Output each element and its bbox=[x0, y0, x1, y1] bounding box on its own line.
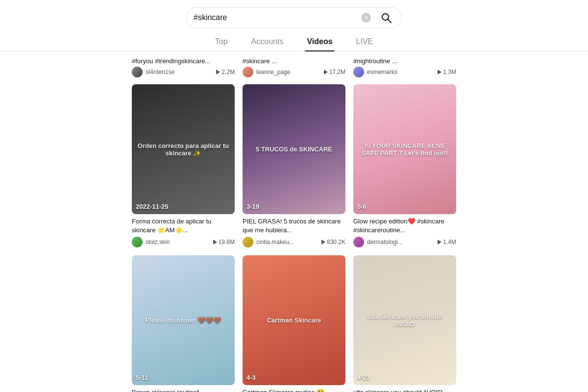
video-title-1: PIEL GRASA! 5 trucos de skincare que me … bbox=[243, 217, 345, 235]
partial-video-row: #foryou #trendingskincare... st4rden1se … bbox=[0, 51, 588, 77]
video-title-4: Cartman Skincare routine 😂 bbox=[243, 388, 345, 392]
username-2: esmemarks bbox=[367, 69, 397, 75]
video-meta-1: cintia.makeu...830.2K bbox=[243, 237, 345, 247]
video-thumb-5: ulta skincare you should AVOID4-21 bbox=[353, 255, 456, 385]
tabs-nav: Top Accounts Videos LIVE bbox=[0, 28, 588, 51]
search-bar-container bbox=[186, 7, 402, 28]
avatar-2 bbox=[353, 67, 364, 77]
avatar-0 bbox=[132, 67, 143, 77]
search-button[interactable] bbox=[378, 9, 394, 26]
thumb-placeholder-4: Cartman Skincare bbox=[243, 255, 345, 385]
partial-tags-1: #skincare ... bbox=[243, 57, 345, 65]
video-thumb-4: Cartman Skincare4-3 bbox=[243, 255, 345, 385]
video-card-0[interactable]: Orden correcto para aplicar tu skincare … bbox=[132, 84, 235, 247]
play-count-0: 2.2M bbox=[216, 69, 235, 75]
svg-line-1 bbox=[388, 20, 392, 23]
partial-card-1[interactable]: #skincare ... leanne_page 17.2M bbox=[243, 57, 345, 77]
video-thumb-1: 5 TRUCOS de SKINCARE3-19 bbox=[243, 84, 345, 214]
play-icon-0 bbox=[216, 70, 220, 74]
thumb-placeholder-1: 5 TRUCOS de SKINCARE bbox=[243, 84, 345, 214]
partial-tags-2: #nightroutine ... bbox=[353, 57, 456, 65]
video-card-2[interactable]: IS YOUR SKINCARE ACNE SAFE PART 7 Let's … bbox=[353, 84, 456, 247]
video-badge-0: 2022-11-25 bbox=[136, 203, 169, 210]
video-title-2: Glow recipe edition❤️ #skincare #skincar… bbox=[353, 217, 456, 235]
play-count-1: 17.2M bbox=[324, 69, 345, 75]
video-badge-5: 4-21 bbox=[357, 374, 370, 381]
video-play-count-1: 830.2K bbox=[321, 239, 345, 245]
video-thumb-2: IS YOUR SKINCARE ACNE SAFE PART 7 Let's … bbox=[353, 84, 456, 214]
partial-card-0[interactable]: #foryou #trendingskincare... st4rden1se … bbox=[132, 57, 235, 77]
partial-tags-0: #foryou #trendingskincare... bbox=[132, 57, 235, 65]
video-card-3[interactable]: Please do brown 🤎🤎🤎5-11Brown skincare ro… bbox=[132, 255, 235, 392]
video-avatar-2 bbox=[353, 237, 364, 247]
play-icon-1 bbox=[321, 240, 325, 245]
video-play-count-2: 1.4M bbox=[438, 239, 456, 245]
tab-live[interactable]: LIVE bbox=[354, 33, 375, 51]
username-1: leanne_page bbox=[256, 69, 290, 75]
play-icon-0 bbox=[213, 240, 217, 245]
video-username-1: cintia.makeu... bbox=[256, 239, 294, 245]
thumb-placeholder-5: ulta skincare you should AVOID bbox=[353, 255, 456, 385]
video-badge-4: 4-3 bbox=[246, 374, 256, 381]
video-badge-1: 3-19 bbox=[246, 203, 259, 210]
partial-meta-2: esmemarks 1.3M bbox=[353, 67, 456, 77]
search-area bbox=[0, 0, 588, 28]
video-play-count-0: 19.8M bbox=[213, 239, 235, 245]
video-card-1[interactable]: 5 TRUCOS de SKINCARE3-19PIEL GRASA! 5 tr… bbox=[243, 84, 345, 247]
search-input[interactable] bbox=[194, 13, 361, 22]
play-icon-2 bbox=[438, 70, 441, 74]
partial-meta-1: leanne_page 17.2M bbox=[243, 67, 345, 77]
tab-accounts[interactable]: Accounts bbox=[249, 33, 286, 51]
video-title-5: ulta skincare you should AVOID (medicina… bbox=[353, 388, 456, 392]
video-grid-wrapper: Orden correcto para aplicar tu skincare … bbox=[0, 77, 588, 392]
video-thumb-3: Please do brown 🤎🤎🤎5-11 bbox=[132, 255, 235, 385]
video-title-0: Forma correcta de aplicar tu skincare 🌟A… bbox=[132, 217, 235, 235]
thumb-placeholder-0: Orden correcto para aplicar tu skincare … bbox=[132, 84, 235, 214]
video-badge-2: 5-6 bbox=[357, 203, 367, 210]
video-card-5[interactable]: ulta skincare you should AVOID4-21ulta s… bbox=[353, 255, 456, 392]
play-count-2: 1.3M bbox=[438, 69, 456, 75]
play-icon-1 bbox=[324, 70, 328, 74]
video-card-4[interactable]: Cartman Skincare4-3Cartman Skincare rout… bbox=[243, 255, 345, 392]
clear-button[interactable] bbox=[361, 13, 371, 23]
play-icon-2 bbox=[438, 240, 441, 245]
username-0: st4rden1se bbox=[146, 69, 174, 75]
video-meta-0: stolz.skin19.8M bbox=[132, 237, 235, 247]
tab-top[interactable]: Top bbox=[213, 33, 230, 51]
partial-card-2[interactable]: #nightroutine ... esmemarks 1.3M bbox=[353, 57, 456, 77]
video-username-2: dermatologi... bbox=[367, 239, 403, 245]
video-grid: Orden correcto para aplicar tu skincare … bbox=[132, 84, 456, 392]
video-avatar-0 bbox=[132, 237, 143, 247]
video-thumb-0: Orden correcto para aplicar tu skincare … bbox=[132, 84, 235, 214]
thumb-placeholder-3: Please do brown 🤎🤎🤎 bbox=[132, 255, 235, 385]
video-badge-3: 5-11 bbox=[136, 374, 148, 381]
video-meta-2: dermatologi...1.4M bbox=[353, 237, 456, 247]
video-title-3: Brown skincare routine* bbox=[132, 388, 235, 392]
video-username-0: stolz.skin bbox=[146, 239, 170, 245]
thumb-placeholder-2: IS YOUR SKINCARE ACNE SAFE PART 7 Let's … bbox=[353, 84, 456, 214]
partial-meta-0: st4rden1se 2.2M bbox=[132, 67, 235, 77]
video-avatar-1 bbox=[243, 237, 253, 247]
avatar-1 bbox=[243, 67, 253, 77]
tab-videos[interactable]: Videos bbox=[305, 33, 334, 51]
